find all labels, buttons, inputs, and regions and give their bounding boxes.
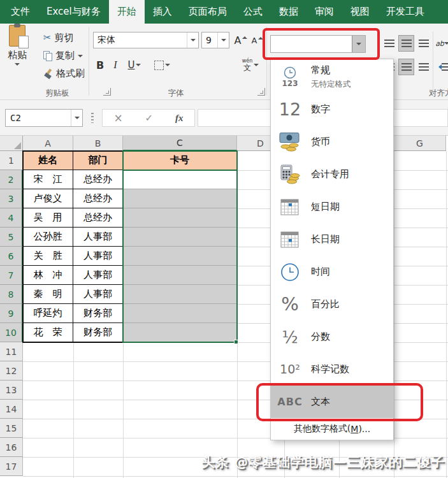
format-menu-item-fraction[interactable]: ½分数 bbox=[271, 321, 393, 353]
table-cell-dept[interactable]: 人事部 bbox=[73, 266, 123, 285]
table-cell-name[interactable]: 卢俊义 bbox=[23, 189, 73, 208]
table-cell-card[interactable] bbox=[123, 189, 237, 208]
tab-数据[interactable]: 数据 bbox=[271, 0, 307, 24]
table-cell-name[interactable]: 花 荣 bbox=[23, 323, 73, 342]
table-cell-dept[interactable]: 财务部 bbox=[73, 304, 123, 323]
row-header-8[interactable]: 8 bbox=[0, 285, 23, 304]
more-number-formats[interactable]: 其他数字格式(M)... bbox=[271, 420, 393, 437]
bold-button[interactable]: B bbox=[93, 57, 107, 73]
number-format-caret-icon[interactable] bbox=[352, 36, 365, 52]
font-dialog-launcher[interactable] bbox=[257, 88, 265, 96]
align-top-button[interactable] bbox=[381, 35, 397, 52]
font-size-combo[interactable]: 9 bbox=[201, 32, 229, 48]
cancel-icon[interactable]: × bbox=[113, 112, 122, 124]
format-menu-item-short-date[interactable]: 短日期 bbox=[271, 191, 393, 223]
row-header-15[interactable]: 15 bbox=[0, 419, 23, 438]
table-cell-name[interactable]: 关 胜 bbox=[23, 247, 73, 266]
tab-公式[interactable]: 公式 bbox=[235, 0, 271, 24]
number-format-combo[interactable] bbox=[270, 35, 366, 53]
table-cell-dept[interactable]: 人事部 bbox=[73, 285, 123, 304]
tab-视图[interactable]: 视图 bbox=[342, 0, 378, 24]
underline-button[interactable]: U bbox=[124, 57, 145, 73]
tab-插入[interactable]: 插入 bbox=[145, 0, 180, 24]
row-header-7[interactable]: 7 bbox=[0, 266, 23, 285]
align-bottom-button[interactable] bbox=[415, 35, 431, 52]
table-header-cell[interactable]: 部门 bbox=[73, 151, 123, 170]
table-header-cell[interactable]: 卡号 bbox=[123, 151, 237, 170]
font-name-combo[interactable]: 宋体 bbox=[93, 32, 199, 48]
table-cell-dept[interactable]: 财务部 bbox=[73, 323, 123, 342]
tab-文件[interactable]: 文件 bbox=[3, 0, 38, 24]
format-menu-item-accounting[interactable]: 会计专用 bbox=[271, 158, 393, 191]
align-middle-button[interactable] bbox=[398, 35, 414, 52]
format-painter-button[interactable]: 格式刷 bbox=[43, 68, 85, 80]
table-cell-dept[interactable]: 总经办 bbox=[73, 189, 123, 208]
column-header-A[interactable]: A bbox=[23, 136, 73, 151]
row-header-16[interactable]: 16 bbox=[0, 438, 23, 457]
table-header-cell[interactable]: 姓名 bbox=[23, 151, 73, 170]
align-center-button[interactable] bbox=[398, 59, 414, 75]
format-menu-item-number[interactable]: 12数字 bbox=[271, 93, 393, 126]
grow-font-button[interactable]: A bbox=[233, 32, 249, 48]
table-cell-card[interactable] bbox=[123, 247, 237, 266]
row-header-6[interactable]: 6 bbox=[0, 247, 23, 266]
formula-bar-resize-handle[interactable] bbox=[91, 113, 94, 123]
font-name-caret-icon[interactable] bbox=[187, 33, 198, 48]
column-header-B[interactable]: B bbox=[73, 136, 123, 151]
table-cell-card[interactable] bbox=[123, 323, 237, 342]
format-menu-item-scientific[interactable]: 10²科学记数 bbox=[271, 353, 393, 386]
table-cell-name[interactable]: 林 冲 bbox=[23, 266, 73, 285]
format-menu-item-currency[interactable]: 货币 bbox=[271, 126, 393, 158]
row-header-13[interactable]: 13 bbox=[0, 380, 23, 400]
fill-handle[interactable] bbox=[234, 340, 238, 344]
format-menu-item-time[interactable]: 时间 bbox=[271, 256, 393, 288]
row-header-14[interactable]: 14 bbox=[0, 400, 23, 419]
tab-审阅[interactable]: 审阅 bbox=[307, 0, 342, 24]
row-header-3[interactable]: 3 bbox=[0, 189, 23, 208]
table-cell-card[interactable] bbox=[123, 228, 237, 247]
row-header-2[interactable]: 2 bbox=[0, 170, 23, 189]
table-cell-card[interactable] bbox=[123, 304, 237, 323]
name-box-caret-icon[interactable] bbox=[71, 110, 82, 126]
row-header-1[interactable]: 1 bbox=[0, 151, 23, 170]
decrease-indent-button[interactable] bbox=[435, 59, 448, 75]
align-right-button[interactable] bbox=[415, 59, 431, 75]
row-header-4[interactable]: 4 bbox=[0, 208, 23, 228]
borders-button[interactable] bbox=[150, 57, 173, 73]
insert-function-icon[interactable]: fx bbox=[175, 113, 184, 124]
row-header-10[interactable]: 10 bbox=[0, 323, 23, 342]
row-header-12[interactable]: 12 bbox=[0, 361, 23, 380]
table-cell-name[interactable]: 公孙胜 bbox=[23, 228, 73, 247]
paste-button[interactable]: 粘贴 bbox=[0, 24, 34, 83]
row-header-11[interactable]: 11 bbox=[0, 342, 23, 361]
format-menu-item-long-date[interactable]: 长日期 bbox=[271, 223, 393, 256]
select-all-corner[interactable] bbox=[0, 136, 23, 151]
name-box[interactable]: C2 bbox=[5, 109, 83, 127]
column-header-C[interactable]: C bbox=[123, 136, 237, 151]
row-header-17[interactable]: 17 bbox=[0, 457, 23, 476]
format-menu-item-text[interactable]: ABC文本 bbox=[271, 386, 393, 418]
cut-button[interactable]: ✂ 剪切 bbox=[43, 32, 74, 44]
tab-开发工具[interactable]: 开发工具 bbox=[378, 0, 433, 24]
tab-Excel与财务[interactable]: Excel与财务 bbox=[38, 0, 109, 24]
table-cell-card[interactable] bbox=[123, 266, 237, 285]
copy-button[interactable]: 复制 bbox=[43, 50, 83, 62]
active-cell-C2[interactable] bbox=[123, 170, 237, 189]
table-cell-name[interactable]: 呼延灼 bbox=[23, 304, 73, 323]
table-cell-name[interactable]: 吴 用 bbox=[23, 208, 73, 228]
phonetic-button[interactable]: wén 文 bbox=[237, 57, 264, 73]
table-cell-dept[interactable]: 人事部 bbox=[73, 247, 123, 266]
row-header-5[interactable]: 5 bbox=[0, 228, 23, 247]
format-menu-item-general[interactable]: 123常规无特定格式 bbox=[271, 61, 393, 93]
column-header-G[interactable]: G bbox=[394, 136, 446, 151]
table-cell-name[interactable]: 宋 江 bbox=[23, 170, 73, 189]
table-cell-dept[interactable]: 人事部 bbox=[73, 228, 123, 247]
tab-页面布局[interactable]: 页面布局 bbox=[180, 0, 235, 24]
table-cell-dept[interactable]: 总经办 bbox=[73, 208, 123, 228]
font-size-caret-icon[interactable] bbox=[217, 33, 229, 48]
table-cell-card[interactable] bbox=[123, 208, 237, 228]
format-menu-item-percent[interactable]: %百分比 bbox=[271, 288, 393, 321]
orientation-button[interactable]: ab bbox=[435, 35, 448, 52]
enter-icon[interactable]: ✓ bbox=[145, 112, 154, 124]
italic-button[interactable]: I bbox=[108, 57, 122, 73]
